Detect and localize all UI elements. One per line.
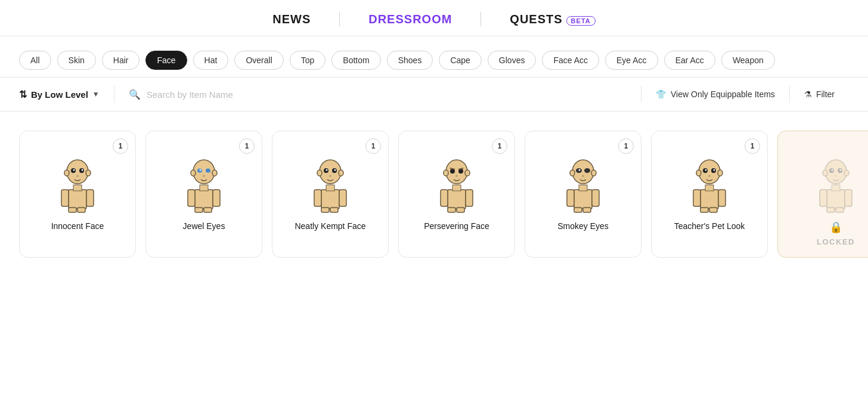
filter-chip-gloves[interactable]: Gloves	[488, 51, 537, 70]
chevron-down-icon: ▼	[92, 90, 100, 98]
svg-point-88	[825, 160, 847, 184]
item-name: Jewel Eyes	[183, 221, 225, 233]
item-card-smokey-eyes[interactable]: 1 Smokey Eyes	[525, 131, 641, 258]
item-name: Neatly Kempt Face	[294, 221, 365, 233]
filter-chip-shoes[interactable]: Shoes	[387, 51, 433, 70]
right-controls: 👕 View Only Equippable Items ⚗ Filter	[641, 86, 849, 103]
filter-chip-overall[interactable]: Overall	[234, 51, 283, 70]
sort-button[interactable]: ⇅ By Low Level ▼	[19, 89, 114, 100]
svg-point-74	[699, 160, 720, 184]
svg-rect-42	[441, 190, 448, 206]
level-badge: 1	[365, 138, 381, 154]
svg-rect-14	[195, 190, 213, 209]
filter-chip-top[interactable]: Top	[290, 51, 326, 70]
item-name: Teacher's Pet Look	[674, 221, 745, 233]
svg-rect-16	[213, 190, 220, 206]
filter-chip-face[interactable]: Face	[145, 51, 187, 70]
level-badge: 1	[618, 138, 634, 154]
svg-rect-84	[845, 190, 852, 206]
item-card-innocent-face[interactable]: 1 Innocent Face	[19, 131, 136, 258]
svg-rect-85	[827, 208, 835, 212]
svg-rect-82	[827, 190, 845, 209]
nav-quests[interactable]: QUESTSBETA	[510, 13, 595, 26]
filter-chip-hair[interactable]: Hair	[102, 51, 140, 70]
main-nav: NEWS DRESSROOM QUESTSBETA	[0, 0, 868, 36]
svg-point-66	[579, 169, 581, 171]
svg-point-65	[584, 168, 590, 173]
search-input[interactable]	[147, 89, 627, 100]
svg-rect-71	[700, 208, 708, 212]
item-image	[174, 148, 234, 214]
item-name: Smokey Eyes	[557, 221, 609, 233]
svg-point-12	[82, 169, 83, 171]
svg-rect-44	[448, 208, 455, 212]
svg-rect-17	[195, 208, 203, 212]
svg-rect-32	[326, 185, 334, 191]
svg-point-67	[582, 175, 584, 177]
filter-chip-eye-acc[interactable]: Eye Acc	[605, 51, 658, 70]
svg-point-21	[191, 170, 196, 176]
svg-rect-59	[583, 208, 591, 212]
filter-chip-weapon[interactable]: Weapon	[721, 51, 775, 70]
search-icon: 🔍	[129, 89, 141, 100]
svg-point-89	[823, 170, 827, 176]
svg-rect-0	[69, 190, 86, 209]
filter-bar: AllSkinHairFaceHatOverallTopBottomShoesC…	[0, 36, 868, 77]
item-name: Innocent Face	[51, 221, 104, 233]
item-image	[427, 148, 486, 214]
sort-label: By Low Level	[31, 89, 88, 100]
filter-chip-bottom[interactable]: Bottom	[331, 51, 380, 70]
svg-rect-18	[204, 208, 212, 212]
svg-rect-28	[314, 190, 321, 206]
item-card-persevering-face[interactable]: 1 Persevering Face	[398, 131, 515, 258]
filter-chip-all[interactable]: All	[19, 51, 51, 70]
filter-chip-hat[interactable]: Hat	[193, 51, 229, 70]
filter-button[interactable]: ⚗ Filter	[790, 89, 849, 99]
svg-rect-41	[448, 190, 466, 209]
svg-rect-4	[78, 208, 85, 212]
svg-rect-29	[339, 190, 346, 206]
nav-news[interactable]: NEWS	[272, 13, 311, 26]
filter-chip-cape[interactable]: Cape	[439, 51, 481, 70]
beta-badge: BETA	[566, 16, 596, 26]
locked-text: LOCKED	[817, 237, 855, 246]
svg-point-11	[73, 169, 75, 171]
item-card-locked-item[interactable]: 2 🔒 LOCKED	[777, 131, 868, 258]
svg-point-40	[329, 175, 331, 177]
filter-chip-ear-acc[interactable]: Ear Acc	[664, 51, 715, 70]
level-badge: 1	[113, 138, 128, 154]
svg-rect-45	[457, 208, 464, 212]
shirt-icon: 👕	[656, 89, 666, 99]
svg-rect-58	[574, 208, 582, 212]
svg-rect-87	[832, 185, 840, 191]
svg-point-26	[203, 175, 205, 177]
nav-divider-2	[480, 12, 481, 26]
svg-rect-55	[574, 190, 592, 209]
equippable-button[interactable]: 👕 View Only Equippable Items	[641, 89, 789, 99]
svg-point-63	[591, 170, 596, 176]
svg-point-61	[572, 160, 594, 184]
item-name: Persevering Face	[424, 221, 489, 233]
svg-point-81	[708, 175, 711, 177]
svg-rect-5	[73, 185, 82, 191]
filter-chip-face-acc[interactable]: Face Acc	[542, 51, 599, 70]
search-wrap: 🔍	[114, 89, 641, 100]
svg-rect-19	[200, 185, 208, 191]
item-image	[806, 148, 866, 214]
equippable-label: View Only Equippable Items	[671, 89, 775, 99]
svg-point-47	[446, 160, 467, 184]
svg-point-25	[200, 169, 202, 171]
svg-point-76	[718, 170, 723, 176]
svg-rect-68	[700, 190, 718, 209]
item-card-jewel-eyes[interactable]: 1 Jewel Eyes	[145, 131, 262, 258]
svg-rect-31	[330, 208, 338, 212]
filter-chip-skin[interactable]: Skin	[57, 51, 96, 70]
svg-rect-46	[452, 185, 461, 191]
svg-rect-83	[820, 190, 827, 206]
item-card-neatly-kempt-face[interactable]: 1 Neatly Kempt Face	[272, 131, 389, 258]
item-image	[553, 148, 613, 214]
svg-point-80	[714, 169, 715, 171]
items-grid: 1 Innocent Face 1	[0, 112, 868, 258]
item-card-teachers-pet-look[interactable]: 1 Teacher's Pet Look	[651, 131, 768, 258]
nav-dressroom[interactable]: DRESSROOM	[368, 13, 452, 26]
